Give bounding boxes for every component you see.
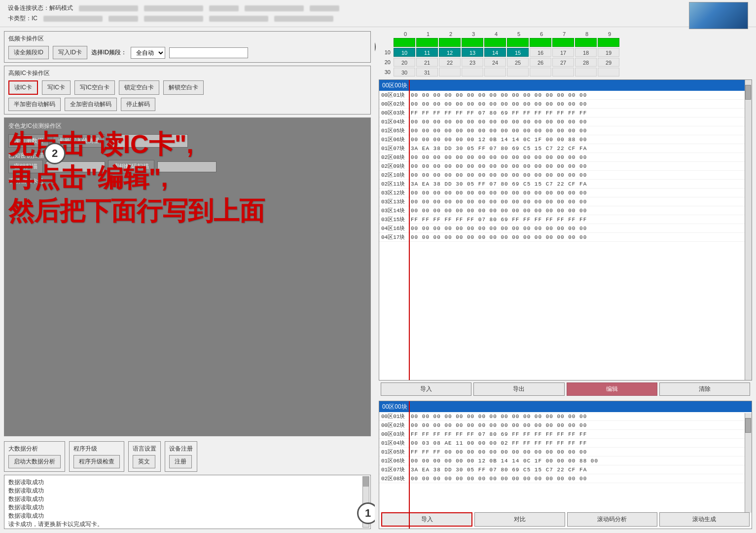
grid-cell-20-1[interactable]: 21 [416, 58, 438, 67]
grid-cell-10-9[interactable]: 19 [598, 48, 619, 57]
upper-table-scrollbar[interactable] [745, 80, 752, 380]
btn-write-ic[interactable]: 写IC卡 [42, 80, 71, 95]
grid-cell-10-4[interactable]: 14 [484, 48, 506, 57]
grid-cell-30-7[interactable] [552, 68, 574, 76]
btn-upgrade-check[interactable]: 程序升级检查 [73, 455, 120, 468]
grid-cell-0-9[interactable] [598, 38, 619, 47]
btn-rolling-analysis[interactable]: 滚动码分析 [567, 512, 657, 527]
btn-import-lower[interactable]: 导入 [381, 512, 472, 527]
upper-red-line [409, 80, 410, 380]
grid-col-7: 7 [553, 31, 575, 37]
upper-data-table: 00区00块 00区01块 00 00 00 00 00 00 00 00 00… [379, 79, 752, 381]
grid-col-6: 6 [531, 31, 552, 37]
grid-cell-0-6[interactable] [530, 38, 551, 47]
grid-cell-10-6[interactable]: 16 [530, 48, 551, 57]
btn-language[interactable]: 英文 [133, 455, 155, 468]
main-container: 设备连接状态：解码模式 卡类型：IC 低频卡操作区 读全频 [0, 0, 756, 533]
log-scroll-thumb[interactable] [363, 477, 369, 487]
register-btn-area: 注册 [169, 455, 193, 468]
btn-read-detect[interactable]: 读侦测数据 [8, 134, 49, 148]
upper-header-bar [411, 81, 749, 90]
grid-cell-0-1[interactable] [416, 38, 438, 47]
row-label: 01区07块 [381, 145, 411, 152]
btn-unlock-blank[interactable]: 解锁空白卡 [163, 80, 204, 95]
grid-cell-30-3[interactable] [462, 68, 483, 76]
upper-table-content[interactable]: 00区01块 00 00 00 00 00 00 00 00 00 00 00 … [379, 91, 752, 379]
card-value-2 [108, 16, 138, 22]
grid-cell-30-4[interactable] [484, 68, 506, 76]
row-label: 01区05块 [381, 127, 411, 134]
grid-cell-0-2[interactable] [439, 38, 461, 47]
btn-write-blank[interactable]: 写IC空白卡 [74, 80, 115, 95]
grid-row-30: 30 30 31 [379, 68, 752, 76]
btn-edit-upper[interactable]: 编辑 [567, 382, 657, 396]
grid-cell-30-6[interactable] [530, 68, 551, 76]
grid-cell-30-9[interactable] [598, 68, 619, 76]
row-values: 00 00 00 00 00 00 00 00 00 00 00 00 00 0… [411, 199, 587, 205]
btn-rolling-generate[interactable]: 滚动生成 [659, 512, 750, 527]
grid-cell-20-6[interactable]: 26 [530, 58, 551, 67]
lower-table-scrollbar[interactable] [745, 413, 752, 513]
btn-lock-blank[interactable]: 锁定空白卡 [119, 80, 159, 95]
btn-compare-lower[interactable]: 对比 [474, 512, 565, 527]
grid-row-label-20: 20 [379, 59, 393, 65]
btn-full-decode[interactable]: 全加密自动解码 [65, 98, 117, 111]
table-row: 02区09块 00 00 00 00 00 00 00 00 00 00 00 … [379, 162, 752, 171]
grid-cell-20-8[interactable]: 28 [575, 58, 597, 67]
btn-read-all-id[interactable]: 读全频段ID [8, 46, 49, 59]
status-row-2: 卡类型：IC [8, 14, 748, 23]
grid-cell-0-0[interactable] [394, 38, 415, 47]
grid-cell-30-1[interactable]: 31 [416, 68, 438, 76]
grid-cell-20-3[interactable]: 23 [462, 58, 483, 67]
table-row: 01区05块 00 00 00 00 00 00 00 00 00 00 00 … [379, 126, 752, 135]
grid-cell-20-2[interactable]: 22 [439, 58, 461, 67]
btn-stop-decode[interactable]: 停止解码 [121, 98, 155, 111]
grid-cell-10-7[interactable]: 17 [552, 48, 574, 57]
btn-start-analysis[interactable]: 启动大数据分析 [8, 455, 61, 468]
btn-read-ic[interactable]: 读IC卡 [8, 80, 38, 95]
row-values: 00 00 00 00 00 00 00 00 00 00 00 00 00 0… [411, 101, 587, 107]
grid-cell-20-0[interactable]: 20 [394, 58, 415, 67]
key-decode-input[interactable] [157, 161, 216, 172]
grid-cell-30-2[interactable] [439, 68, 461, 76]
btn-import-upper[interactable]: 导入 [381, 382, 471, 396]
log-line-3: 数据读取成功 [8, 495, 366, 503]
grid-cell-10-8[interactable]: 18 [575, 48, 597, 57]
grid-cell-10-3[interactable]: 13 [462, 48, 483, 57]
row-values: 00 00 00 00 00 00 00 00 00 00 00 00 00 0… [411, 190, 587, 196]
freq-input[interactable] [169, 47, 248, 58]
btn-register[interactable]: 注册 [169, 455, 192, 468]
grid-cell-30-5[interactable] [507, 68, 529, 76]
btn-export-upper[interactable]: 导出 [473, 382, 564, 396]
row-label: 02区11块 [381, 180, 411, 188]
grid-cell-0-4[interactable] [484, 38, 506, 47]
grid-cell-30-8[interactable] [575, 68, 597, 76]
table-row: 00区01块 00 00 00 00 00 00 00 00 00 00 00 … [379, 91, 752, 100]
btn-half-decode[interactable]: 半加密自动解码 [8, 98, 61, 111]
btn-key-decode[interactable]: 密钥解码扫描 [108, 160, 154, 173]
circle-3: 3 [375, 36, 376, 58]
grid-cell-30-0[interactable]: 30 [394, 68, 415, 76]
upper-scrollbar-thumb[interactable] [745, 85, 751, 100]
left-panel: 低频卡操作区 读全频段ID 写入ID卡 选择ID频段： 全自动 高频IC卡操作区… [0, 27, 375, 533]
row-values: 00 00 00 00 00 00 00 00 00 00 00 00 00 0… [411, 208, 587, 214]
btn-write-id[interactable]: 写入ID卡 [53, 46, 87, 59]
grid-cell-0-5[interactable] [507, 38, 529, 47]
lower-scrollbar-thumb[interactable] [745, 418, 751, 433]
grid-cell-10-0[interactable]: 10 [394, 48, 415, 57]
chameleon-input[interactable] [109, 134, 188, 148]
grid-cell-10-5[interactable]: 15 [507, 48, 529, 57]
grid-cell-0-7[interactable] [552, 38, 574, 47]
btn-key-scan[interactable]: 密钥扫描 [8, 160, 43, 173]
grid-cell-0-3[interactable] [462, 38, 483, 47]
grid-cell-20-9[interactable]: 29 [598, 58, 619, 67]
grid-cell-20-5[interactable]: 25 [507, 58, 529, 67]
grid-cell-20-7[interactable]: 27 [552, 58, 574, 67]
grid-cell-20-4[interactable]: 24 [484, 58, 506, 67]
grid-cell-10-2[interactable]: 12 [439, 48, 461, 57]
btn-clear-upper[interactable]: 清除 [659, 382, 750, 396]
select-freq[interactable]: 全自动 [131, 47, 165, 59]
lower-table-content[interactable]: 00区01块 00 00 00 00 00 00 00 00 00 00 00 … [379, 412, 752, 512]
grid-cell-10-1[interactable]: 11 [416, 48, 438, 57]
grid-cell-0-8[interactable] [575, 38, 597, 47]
